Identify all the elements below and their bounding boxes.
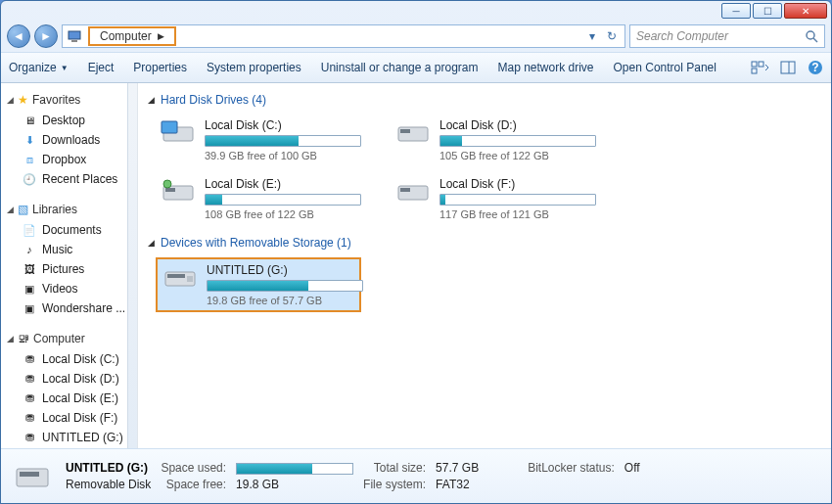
sidebar-item-documents[interactable]: 📄Documents xyxy=(3,220,135,240)
space-free-value: 19.8 GB xyxy=(236,478,353,491)
drive-g[interactable]: UNTITLED (G:) 19.8 GB free of 57.7 GB xyxy=(156,257,361,312)
explorer-window: ─ ☐ ✕ ◄ ► Computer ▶ ▾ ↻ Search Computer xyxy=(0,0,832,504)
music-icon: ♪ xyxy=(23,243,36,256)
space-used-label: Space used: xyxy=(161,461,226,475)
eject-button[interactable]: Eject xyxy=(88,61,115,74)
collapse-icon: ◢ xyxy=(148,238,155,248)
drive-name: Local Disk (F:) xyxy=(439,177,596,191)
drive-name: UNTITLED (G:) xyxy=(207,263,363,277)
address-bar[interactable]: Computer ▶ ▾ ↻ xyxy=(62,24,625,48)
close-button[interactable]: ✕ xyxy=(784,3,827,19)
back-button[interactable]: ◄ xyxy=(7,24,30,48)
svg-rect-22 xyxy=(167,274,185,278)
file-system-value: FAT32 xyxy=(436,478,479,491)
usb-icon: ⛃ xyxy=(23,431,36,444)
command-bar: Organize ▼ Eject Properties System prope… xyxy=(1,52,831,83)
control-panel-button[interactable]: Open Control Panel xyxy=(614,61,716,74)
sidebar-item-drive-g[interactable]: ⛃UNTITLED (G:) xyxy=(3,428,135,447)
libraries-label: Libraries xyxy=(32,203,77,216)
sidebar-item-drive-d[interactable]: ⛃Local Disk (D:) xyxy=(3,369,135,389)
sidebar-item-drive-f[interactable]: ⛃Local Disk (F:) xyxy=(3,408,135,428)
sidebar-item-drive-c[interactable]: ⛃Local Disk (C:) xyxy=(3,349,135,369)
address-dropdown-icon[interactable]: ▾ xyxy=(583,27,601,45)
view-options-button[interactable] xyxy=(751,61,768,74)
drive-free-text: 108 GB free of 122 GB xyxy=(205,208,361,220)
search-box[interactable]: Search Computer xyxy=(629,24,825,48)
chevron-right-icon: ▶ xyxy=(158,31,164,41)
svg-rect-0 xyxy=(69,31,80,39)
svg-rect-24 xyxy=(17,469,48,486)
forward-button[interactable]: ► xyxy=(34,24,58,48)
sidebar-item-dropbox[interactable]: ⧈Dropbox xyxy=(3,150,135,169)
hdd-icon xyxy=(394,177,432,206)
system-properties-button[interactable]: System properties xyxy=(207,61,301,74)
drive-name: Local Disk (E:) xyxy=(205,177,361,191)
breadcrumb-label: Computer xyxy=(100,29,152,43)
sidebar-item-wondershare[interactable]: ▣Wondershare ... xyxy=(3,298,135,318)
status-subtitle: Removable Disk xyxy=(66,478,151,491)
favorites-group[interactable]: ◢ ★ Favorites xyxy=(3,89,135,111)
collapse-icon: ◢ xyxy=(7,334,14,344)
svg-point-2 xyxy=(807,31,814,39)
removable-icon xyxy=(13,459,52,494)
sidebar-item-recent[interactable]: 🕘Recent Places xyxy=(3,169,135,189)
drive-free-text: 117 GB free of 121 GB xyxy=(439,208,596,220)
sidebar-item-desktop[interactable]: 🖥Desktop xyxy=(3,111,135,130)
status-title: UNTITLED (G:) xyxy=(66,461,148,475)
drive-c[interactable]: Local Disk (C:) 39.9 GB free of 100 GB xyxy=(156,115,361,165)
computer-label: Computer xyxy=(33,332,85,345)
uninstall-button[interactable]: Uninstall or change a program xyxy=(321,61,479,74)
main-pane: ◢ Hard Disk Drives (4) Local Disk (C:) 3… xyxy=(138,83,831,448)
hdd-grid: Local Disk (C:) 39.9 GB free of 100 GB L… xyxy=(156,115,821,224)
sidebar-item-videos[interactable]: ▣Videos xyxy=(3,279,135,298)
favorites-label: Favorites xyxy=(32,93,80,107)
hdd-icon xyxy=(160,118,197,148)
libraries-group[interactable]: ◢ ▧ Libraries xyxy=(3,199,135,220)
downloads-icon: ⬇ xyxy=(23,133,36,147)
computer-icon xyxy=(67,28,82,44)
titlebar: ─ ☐ ✕ xyxy=(1,1,831,21)
hdd-icon: ⛃ xyxy=(23,411,36,425)
refresh-button[interactable]: ↻ xyxy=(603,27,621,45)
usage-bar xyxy=(439,135,596,147)
drive-name: Local Disk (C:) xyxy=(205,118,361,132)
usage-bar xyxy=(207,280,363,292)
organize-button[interactable]: Organize ▼ xyxy=(9,61,69,74)
svg-rect-5 xyxy=(759,62,763,67)
sidebar-item-pictures[interactable]: 🖼Pictures xyxy=(3,259,135,279)
drive-free-text: 105 GB free of 122 GB xyxy=(439,150,596,161)
recent-icon: 🕘 xyxy=(23,172,36,186)
sidebar-item-drive-e[interactable]: ⛃Local Disk (E:) xyxy=(3,389,135,408)
breadcrumb-computer[interactable]: Computer ▶ xyxy=(88,26,176,46)
drive-free-text: 39.9 GB free of 100 GB xyxy=(205,150,361,161)
collapse-icon: ◢ xyxy=(7,95,14,105)
space-free-label: Space free: xyxy=(161,478,226,491)
hdd-icon xyxy=(394,118,432,148)
computer-icon: 🖳 xyxy=(18,332,29,345)
libraries-icon: ▧ xyxy=(18,203,28,216)
svg-rect-6 xyxy=(752,69,757,73)
svg-rect-17 xyxy=(165,188,175,192)
removable-grid: UNTITLED (G:) 19.8 GB free of 57.7 GB xyxy=(156,257,821,312)
hdd-icon: ⛃ xyxy=(23,372,36,386)
drive-d[interactable]: Local Disk (D:) 105 GB free of 122 GB xyxy=(391,115,596,165)
help-button[interactable]: ? xyxy=(808,60,823,75)
computer-group[interactable]: ◢ 🖳 Computer xyxy=(3,328,135,349)
svg-rect-25 xyxy=(20,472,39,477)
properties-button[interactable]: Properties xyxy=(133,61,187,74)
removable-section-header[interactable]: ◢ Devices with Removable Storage (1) xyxy=(148,236,821,250)
map-drive-button[interactable]: Map network drive xyxy=(497,61,593,74)
minimize-button[interactable]: ─ xyxy=(721,3,751,19)
sidebar-scrollbar[interactable] xyxy=(127,83,137,448)
details-pane: UNTITLED (G:) Removable Disk Space used:… xyxy=(1,448,831,503)
hdd-section-header[interactable]: ◢ Hard Disk Drives (4) xyxy=(148,93,821,107)
maximize-button[interactable]: ☐ xyxy=(753,3,782,19)
svg-rect-23 xyxy=(187,276,193,282)
drive-e[interactable]: Local Disk (E:) 108 GB free of 122 GB xyxy=(156,173,361,224)
preview-pane-button[interactable] xyxy=(780,61,796,74)
drive-f[interactable]: Local Disk (F:) 117 GB free of 121 GB xyxy=(391,173,596,224)
usage-bar xyxy=(205,135,361,147)
sidebar-item-downloads[interactable]: ⬇Downloads xyxy=(3,130,135,150)
bitlocker-value: Off xyxy=(624,461,640,475)
sidebar-item-music[interactable]: ♪Music xyxy=(3,240,135,259)
